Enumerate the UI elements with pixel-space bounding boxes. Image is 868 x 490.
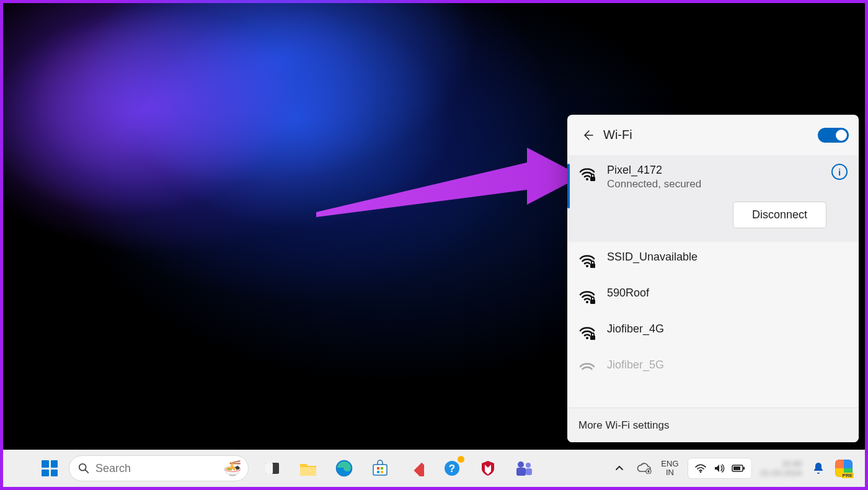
svg-rect-4 bbox=[590, 264, 595, 268]
taskbar-app-icon[interactable] bbox=[405, 457, 427, 479]
svg-point-25 bbox=[526, 463, 531, 468]
svg-rect-33 bbox=[733, 466, 740, 470]
svg-point-3 bbox=[586, 265, 588, 267]
search-box[interactable]: 🍜 bbox=[69, 455, 249, 481]
svg-rect-29 bbox=[648, 470, 650, 473]
lang-top: ENG bbox=[661, 460, 678, 468]
search-highlight-icon: 🍜 bbox=[223, 460, 242, 477]
wifi-secured-icon bbox=[578, 288, 596, 305]
network-status: Connected, secured bbox=[607, 178, 826, 190]
network-item[interactable]: Jiofiber_5G bbox=[567, 350, 859, 377]
svg-rect-18 bbox=[381, 467, 383, 470]
disconnect-button[interactable]: Disconnect bbox=[733, 202, 826, 228]
microsoft-store-icon[interactable] bbox=[369, 457, 391, 479]
svg-rect-8 bbox=[590, 336, 595, 340]
language-indicator[interactable]: ENG IN bbox=[661, 460, 678, 478]
svg-point-9 bbox=[79, 464, 86, 471]
svg-rect-16 bbox=[373, 465, 387, 475]
search-input[interactable] bbox=[95, 462, 188, 475]
copilot-preview-icon[interactable]: PRE bbox=[835, 460, 852, 477]
wifi-icon bbox=[694, 463, 707, 473]
svg-point-30 bbox=[699, 471, 701, 473]
network-list[interactable]: Pixel_4172 Connected, secured Disconnect… bbox=[567, 155, 859, 408]
arrow-left-icon bbox=[582, 129, 594, 141]
clock-date: 01-03-2024 bbox=[761, 468, 802, 478]
get-help-icon[interactable]: ? bbox=[441, 457, 463, 479]
info-icon[interactable]: i bbox=[831, 164, 848, 180]
svg-rect-20 bbox=[381, 471, 383, 473]
svg-point-1 bbox=[586, 178, 588, 180]
system-tray-network-volume-battery[interactable] bbox=[688, 458, 752, 479]
teams-icon[interactable] bbox=[513, 457, 535, 479]
tray-overflow-chevron-icon[interactable] bbox=[611, 460, 627, 476]
network-name: SSID_Unavailable bbox=[607, 251, 848, 264]
svg-rect-12 bbox=[265, 463, 273, 474]
network-name: 590Roof bbox=[607, 287, 848, 300]
file-explorer-icon[interactable] bbox=[297, 457, 319, 479]
network-item[interactable]: Jiofiber_4G bbox=[567, 314, 859, 350]
wifi-flyout: Wi-Fi Pixel_4172 bbox=[567, 115, 859, 442]
network-item-connected[interactable]: Pixel_4172 Connected, secured Disconnect… bbox=[567, 155, 859, 242]
notifications-icon[interactable] bbox=[810, 460, 826, 476]
wifi-secured-icon bbox=[578, 165, 596, 182]
clock-date[interactable]: 10:48 01-03-2024 bbox=[761, 459, 802, 478]
svg-rect-27 bbox=[526, 468, 532, 475]
svg-rect-21 bbox=[414, 463, 424, 476]
svg-point-7 bbox=[586, 337, 588, 339]
svg-line-10 bbox=[86, 470, 89, 473]
lang-bot: IN bbox=[666, 468, 674, 477]
start-button[interactable] bbox=[34, 453, 65, 484]
network-item[interactable]: SSID_Unavailable bbox=[567, 242, 859, 278]
network-item[interactable]: 590Roof bbox=[567, 278, 859, 314]
wifi-secured-icon bbox=[578, 360, 596, 377]
wifi-secured-icon bbox=[578, 252, 596, 269]
clock-time: 10:48 bbox=[781, 459, 802, 468]
search-icon bbox=[78, 463, 89, 474]
svg-rect-2 bbox=[590, 177, 595, 181]
flyout-title: Wi-Fi bbox=[603, 128, 632, 142]
network-name: Jiofiber_4G bbox=[607, 323, 848, 336]
battery-icon bbox=[732, 464, 745, 473]
mcafee-icon[interactable] bbox=[477, 457, 499, 479]
edge-icon[interactable] bbox=[333, 457, 355, 479]
more-wifi-settings-link[interactable]: More Wi-Fi settings bbox=[567, 408, 859, 442]
task-view-icon[interactable] bbox=[261, 457, 283, 479]
wifi-toggle[interactable] bbox=[818, 128, 849, 143]
pre-badge: PRE bbox=[841, 473, 854, 478]
taskbar: 🍜 ? bbox=[3, 450, 865, 487]
network-name: Pixel_4172 bbox=[607, 164, 826, 177]
svg-rect-13 bbox=[300, 467, 316, 476]
network-name: Jiofiber_5G bbox=[607, 359, 848, 372]
svg-rect-26 bbox=[516, 468, 526, 476]
svg-rect-6 bbox=[590, 300, 595, 304]
svg-rect-32 bbox=[743, 467, 745, 470]
svg-rect-19 bbox=[377, 471, 379, 473]
wifi-secured-icon bbox=[578, 324, 596, 341]
svg-text:?: ? bbox=[449, 463, 455, 474]
onedrive-tray-icon[interactable] bbox=[636, 460, 652, 476]
back-button[interactable] bbox=[577, 125, 598, 146]
svg-point-24 bbox=[518, 461, 524, 468]
svg-point-5 bbox=[586, 301, 588, 303]
volume-icon bbox=[713, 463, 725, 473]
svg-rect-17 bbox=[377, 467, 379, 470]
